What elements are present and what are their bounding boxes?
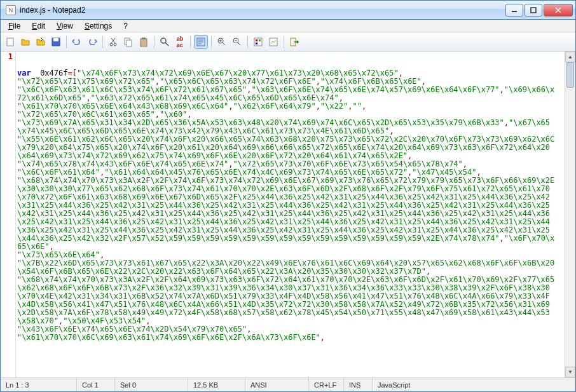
close-button[interactable]: [544, 4, 573, 17]
zoom-in-icon[interactable]: [215, 35, 229, 49]
menubar: File Edit View Settings ?: [1, 20, 575, 32]
open-folder-icon[interactable]: [18, 35, 32, 49]
svg-rect-12: [142, 37, 146, 39]
svg-line-14: [165, 43, 168, 46]
toolbar-separator: [211, 36, 212, 48]
status-selection[interactable]: Sel 0: [115, 378, 188, 391]
svg-point-7: [110, 43, 113, 46]
app-icon: N: [6, 5, 16, 15]
status-col[interactable]: Col 1: [77, 378, 115, 391]
scroll-thumb[interactable]: [566, 62, 574, 88]
svg-rect-28: [259, 39, 261, 41]
statusbar: Ln 1 : 3 Col 1 Sel 0 12.5 KB ANSI CR+LF …: [1, 377, 575, 391]
svg-rect-1: [531, 8, 536, 13]
status-eol[interactable]: CR+LF: [309, 378, 344, 391]
svg-rect-11: [141, 39, 147, 46]
menu-help[interactable]: ?: [118, 20, 133, 32]
svg-rect-6: [53, 38, 58, 41]
status-insert-mode[interactable]: INS: [344, 378, 373, 391]
window-controls: [505, 4, 573, 17]
keyword-var: var: [17, 69, 31, 78]
scroll-down-button[interactable]: ▼: [565, 367, 575, 377]
titlebar[interactable]: N index.js - Notepad2: [1, 1, 575, 20]
redo-icon[interactable]: [85, 35, 99, 49]
svg-rect-27: [256, 39, 257, 41]
svg-line-22: [223, 43, 225, 45]
replace-icon[interactable]: abac: [173, 35, 187, 49]
code-content[interactable]: var _0x476f=["\x74\x6F\x73\x74\x72\x69\x…: [16, 51, 575, 377]
toolbar-separator: [284, 36, 284, 48]
scroll-up-button[interactable]: ▲: [565, 51, 575, 62]
copy-icon[interactable]: [121, 35, 135, 49]
line-number: 1: [1, 53, 15, 61]
status-filesize: 12.5 KB: [188, 378, 245, 391]
toolbar-separator: [102, 36, 103, 48]
paste-icon[interactable]: [137, 35, 151, 49]
svg-rect-4: [7, 38, 13, 46]
status-line-pos[interactable]: Ln 1 : 3: [1, 378, 77, 391]
menu-edit[interactable]: Edit: [27, 20, 50, 32]
svg-line-25: [238, 43, 240, 45]
svg-rect-26: [254, 38, 262, 46]
menu-settings[interactable]: Settings: [79, 20, 117, 32]
status-language[interactable]: JavaScript: [373, 378, 575, 391]
editor-area[interactable]: 1 var _0x476f=["\x74\x6F\x73\x74\x72\x69…: [1, 51, 575, 377]
custom-scheme-icon[interactable]: [266, 35, 280, 49]
toolbar: abac: [1, 32, 575, 51]
toolbar-separator: [154, 36, 154, 48]
wordwrap-icon[interactable]: [194, 35, 208, 49]
zoom-out-icon[interactable]: [230, 35, 244, 49]
minimize-button[interactable]: [505, 4, 523, 17]
identifier: _0x476f: [31, 69, 68, 78]
open-history-icon[interactable]: [34, 35, 48, 49]
status-encoding[interactable]: ANSI: [245, 378, 309, 391]
window-title: index.js - Notepad2: [20, 6, 505, 15]
window: N index.js - Notepad2 File Edit View Set…: [0, 0, 576, 392]
save-icon[interactable]: [49, 35, 63, 49]
new-file-icon[interactable]: [3, 35, 17, 49]
cut-icon[interactable]: [106, 35, 120, 49]
toolbar-separator: [66, 36, 67, 48]
menu-file[interactable]: File: [3, 20, 25, 32]
svg-point-8: [114, 43, 116, 46]
exit-icon[interactable]: [287, 35, 301, 49]
find-icon[interactable]: [158, 35, 172, 49]
svg-point-13: [161, 38, 166, 43]
scheme-icon[interactable]: [251, 35, 265, 49]
svg-rect-10: [127, 40, 132, 46]
toolbar-separator: [247, 36, 248, 48]
toolbar-separator: [190, 36, 191, 48]
undo-icon[interactable]: [70, 35, 84, 49]
maximize-button[interactable]: [525, 4, 542, 17]
vertical-scrollbar[interactable]: ▲ ▼: [565, 51, 575, 377]
line-gutter: 1: [1, 51, 16, 377]
svg-rect-29: [256, 43, 257, 44]
menu-view[interactable]: View: [51, 20, 78, 32]
